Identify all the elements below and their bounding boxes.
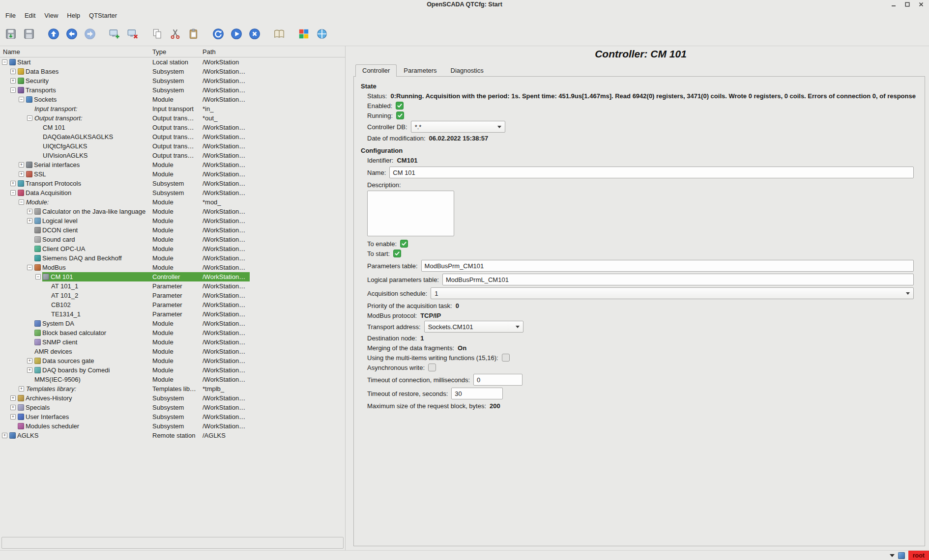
tree-column-name[interactable]: Name — [3, 48, 20, 56]
expander-icon[interactable]: + — [27, 218, 32, 224]
stop-updating-button[interactable] — [246, 25, 263, 43]
timeout-connection-input[interactable] — [473, 374, 523, 386]
tree-row[interactable]: System DAModule/WorkStation… — [0, 319, 345, 328]
menu-file[interactable]: File — [1, 10, 20, 21]
tree-row[interactable]: −TransportsSubsystem/WorkStation… — [0, 85, 345, 95]
tree-row[interactable]: −Output transport:Output trans…*out_ — [0, 113, 345, 123]
transport-address-select[interactable]: Sockets.CM101 — [424, 321, 523, 333]
enabled-checkbox[interactable] — [396, 102, 404, 110]
close-icon[interactable] — [917, 0, 925, 8]
expander-icon[interactable]: + — [10, 395, 16, 401]
forward-button[interactable] — [82, 25, 98, 43]
tree-row[interactable]: +Calculator on the Java-like languageMod… — [0, 207, 345, 216]
tree-row[interactable]: MMS(IEC-9506)Module/WorkStation… — [0, 375, 345, 384]
expander-icon[interactable]: − — [27, 115, 32, 121]
running-checkbox[interactable] — [396, 112, 404, 119]
expander-icon[interactable]: + — [19, 171, 24, 177]
cut-item-button[interactable] — [167, 25, 184, 43]
expander-icon[interactable]: + — [10, 405, 16, 410]
expander-icon[interactable]: + — [10, 78, 16, 84]
paste-item-button[interactable] — [185, 25, 202, 43]
multi-write-checkbox[interactable] — [502, 354, 510, 362]
tree-row[interactable]: +Data sources gateModule/WorkStation… — [0, 356, 345, 365]
async-write-checkbox[interactable] — [428, 364, 436, 371]
tree-row[interactable]: −StartLocal station/WorkStation — [0, 57, 345, 67]
description-textarea[interactable] — [367, 191, 454, 236]
expander-icon[interactable]: + — [2, 433, 7, 438]
tree-row[interactable]: DAQGateAGLKSAGLKSOutput trans…/WorkStati… — [0, 132, 345, 141]
tree-row[interactable]: CM 101Output trans…/WorkStation… — [0, 123, 345, 132]
tree-row[interactable]: Sound cardModule/WorkStation… — [0, 235, 345, 244]
tree-row[interactable]: Input transport:Input transport*in_ — [0, 104, 345, 113]
tree-row[interactable]: Siemens DAQ and BeckhoffModule/WorkStati… — [0, 253, 345, 263]
user-badge[interactable]: root — [908, 551, 929, 560]
menu-qtstarter[interactable]: QTStarter — [85, 10, 121, 21]
tree-row[interactable]: −SocketsModule/WorkStation… — [0, 95, 345, 104]
back-button[interactable] — [63, 25, 80, 43]
expander-icon[interactable]: + — [10, 69, 16, 74]
refresh-item-button[interactable] — [210, 25, 227, 43]
tree-row[interactable]: CB102Parameter/WorkStation… — [0, 300, 345, 309]
parameters-table-input[interactable] — [421, 260, 914, 272]
tree-row[interactable]: AMR devicesModule/WorkStation… — [0, 347, 345, 356]
status-dropdown-icon[interactable] — [890, 554, 895, 557]
expander-icon[interactable]: + — [27, 367, 32, 373]
tree-row[interactable]: +Serial interfacesModule/WorkStation… — [0, 160, 345, 169]
minimize-icon[interactable] — [890, 0, 898, 8]
expander-icon[interactable]: − — [10, 190, 16, 196]
tree-row[interactable]: +SSLModule/WorkStation… — [0, 169, 345, 179]
expander-icon[interactable]: + — [27, 358, 32, 364]
tree-row[interactable]: +AGLKSRemote station/AGLKS — [0, 431, 345, 440]
save-to-db-button[interactable] — [21, 25, 37, 43]
expander-icon[interactable]: + — [19, 162, 24, 168]
expander-icon[interactable]: − — [2, 59, 7, 65]
tree-row[interactable]: +Logical levelModule/WorkStation… — [0, 216, 345, 225]
tab-diagnostics[interactable]: Diagnostics — [444, 64, 491, 77]
name-input[interactable] — [389, 167, 914, 178]
tree-row[interactable]: Block based calculatorModule/WorkStation… — [0, 328, 345, 337]
logical-parameters-table-input[interactable] — [442, 274, 914, 285]
tree-row[interactable]: +SpecialsSubsystem/WorkStation… — [0, 403, 345, 412]
tree-row[interactable]: +Data BasesSubsystem/WorkStation… — [0, 67, 345, 76]
load-from-db-button[interactable] — [2, 25, 19, 43]
tree-row[interactable]: TE1314_1Parameter/WorkStation… — [0, 309, 345, 319]
tree-row[interactable]: −Module:Module*mod_ — [0, 197, 345, 207]
expander-icon[interactable]: + — [27, 209, 32, 214]
controller-db-select[interactable]: *.* — [411, 121, 505, 133]
navigation-tree[interactable]: −StartLocal station/WorkStation+Data Bas… — [0, 57, 345, 536]
expander-icon[interactable]: + — [10, 181, 16, 186]
pane-splitter[interactable] — [346, 46, 352, 550]
menu-view[interactable]: View — [40, 10, 62, 21]
expander-icon[interactable]: − — [35, 274, 41, 280]
tree-row[interactable]: AT 101_1Parameter/WorkStation… — [0, 281, 345, 291]
maximize-icon[interactable] — [903, 0, 911, 8]
qtstarter-app-button-1[interactable] — [295, 25, 312, 43]
menu-edit[interactable]: Edit — [20, 10, 40, 21]
menu-help[interactable]: Help — [62, 10, 85, 21]
expander-icon[interactable]: − — [10, 87, 16, 93]
tree-row[interactable]: +Templates library:Templates lib…*tmplb_ — [0, 384, 345, 393]
tree-row[interactable]: DCON clientModule/WorkStation… — [0, 225, 345, 235]
expander-icon[interactable]: + — [19, 386, 24, 392]
expander-icon[interactable]: − — [19, 199, 24, 205]
to-enable-checkbox[interactable] — [400, 240, 408, 248]
expander-icon[interactable]: − — [27, 265, 32, 270]
delete-item-button[interactable] — [124, 25, 141, 43]
tree-row[interactable]: UIQtCfgAGLKSOutput trans…/WorkStation… — [0, 141, 345, 151]
qtstarter-app-button-2[interactable] — [314, 25, 330, 43]
copy-item-button[interactable] — [149, 25, 166, 43]
manual-button[interactable] — [271, 25, 288, 43]
expander-icon[interactable]: + — [10, 414, 16, 420]
tree-row[interactable]: +SecuritySubsystem/WorkStation… — [0, 76, 345, 85]
tree-row[interactable]: UIVisionAGLKSOutput trans…/WorkStation… — [0, 151, 345, 160]
timeout-restore-input[interactable] — [451, 388, 503, 399]
add-item-button[interactable] — [106, 25, 123, 43]
tree-row[interactable]: +Archives-HistorySubsystem/WorkStation… — [0, 393, 345, 403]
tree-column-path[interactable]: Path — [203, 48, 216, 56]
tree-row[interactable]: +Transport ProtocolsSubsystem/WorkStatio… — [0, 179, 345, 188]
tree-row[interactable]: Modules schedulerSubsystem/WorkStation… — [0, 421, 345, 431]
start-updating-button[interactable] — [228, 25, 245, 43]
tree-row[interactable]: SNMP clientModule/WorkStation… — [0, 337, 345, 347]
tab-controller[interactable]: Controller — [355, 64, 397, 77]
tab-parameters[interactable]: Parameters — [397, 64, 443, 77]
